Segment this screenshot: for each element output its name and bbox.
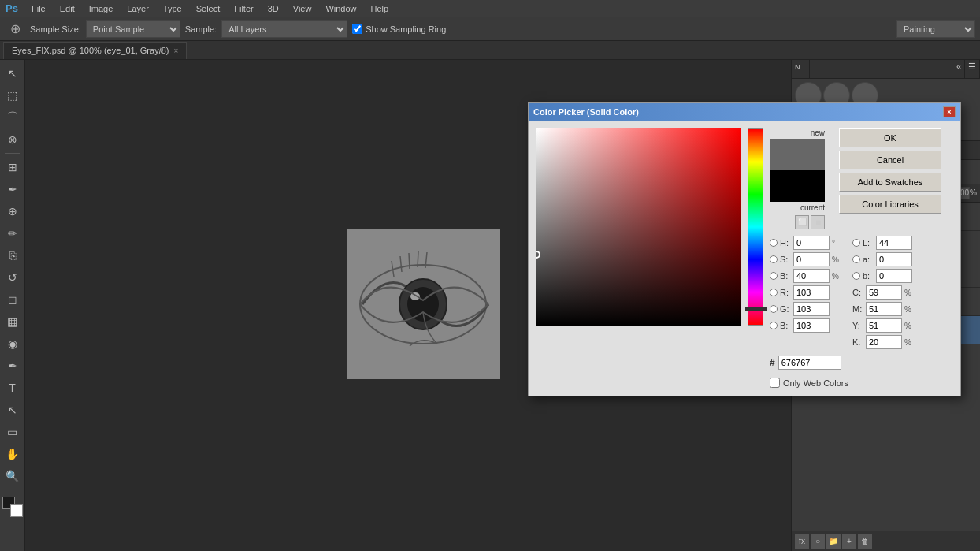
- convert-rgb-icon[interactable]: ⬜: [795, 215, 809, 229]
- only-web-colors-checkbox[interactable]: [770, 378, 780, 388]
- s-unit: %: [832, 255, 843, 264]
- only-web-colors-label: Only Web Colors: [783, 378, 848, 388]
- r-radio[interactable]: [770, 289, 778, 296]
- b3-radio[interactable]: [852, 272, 860, 280]
- r-input[interactable]: [793, 285, 830, 300]
- show-sampling-ring-checkbox[interactable]: [352, 24, 362, 34]
- k-input[interactable]: [866, 335, 902, 349]
- crop-tool-icon[interactable]: ⊞: [2, 157, 23, 177]
- add-style-button[interactable]: fx: [795, 534, 809, 549]
- background-color[interactable]: [10, 504, 23, 517]
- menu-edit[interactable]: Edit: [54, 2, 81, 15]
- menu-help[interactable]: Help: [365, 2, 395, 15]
- color-preview-new[interactable]: [770, 139, 825, 170]
- menu-image[interactable]: Image: [83, 2, 120, 15]
- color-action-buttons: OK Cancel Add to Swatches Color Librarie…: [839, 128, 941, 214]
- document-tab[interactable]: Eyes_FIX.psd @ 100% (eye_01, Gray/8) ×: [3, 42, 187, 59]
- fill-percent: %: [970, 188, 977, 197]
- h-input[interactable]: [793, 236, 830, 250]
- b2-row: B:: [770, 318, 843, 333]
- dialog-title: Color Picker (Solid Color): [533, 107, 639, 117]
- dialog-close-button[interactable]: ×: [943, 106, 956, 117]
- g-input[interactable]: [793, 302, 830, 316]
- l-input[interactable]: [876, 236, 912, 250]
- pen-tool-icon[interactable]: ✒: [2, 356, 23, 376]
- cancel-button[interactable]: Cancel: [839, 151, 941, 169]
- hand-tool-icon[interactable]: ✋: [2, 444, 23, 464]
- hex-input[interactable]: [778, 356, 841, 370]
- menu-filter[interactable]: Filter: [228, 2, 259, 15]
- new-layer-button[interactable]: +: [842, 534, 856, 549]
- b2-input[interactable]: [793, 318, 830, 333]
- c-input[interactable]: [866, 285, 902, 300]
- lasso-tool-icon[interactable]: ⌒: [2, 107, 23, 128]
- quick-select-tool-icon[interactable]: ⊗: [2, 129, 23, 150]
- panel-collapse[interactable]: «: [953, 60, 965, 78]
- c-label: C:: [852, 288, 863, 297]
- document-tab-close[interactable]: ×: [173, 47, 178, 55]
- s-radio[interactable]: [770, 255, 778, 263]
- b-input[interactable]: [793, 269, 830, 283]
- s-label: S:: [780, 255, 791, 264]
- zoom-tool-icon[interactable]: 🔍: [2, 466, 23, 486]
- tool-colors[interactable]: [2, 497, 23, 517]
- g-radio[interactable]: [770, 305, 778, 313]
- selection-tool-icon[interactable]: ⬚: [2, 85, 23, 106]
- h-radio[interactable]: [770, 239, 778, 247]
- delete-layer-button[interactable]: 🗑: [858, 534, 872, 549]
- gradient-dark: [536, 128, 741, 326]
- menu-layer[interactable]: Layer: [121, 2, 155, 15]
- menu-window[interactable]: Window: [319, 2, 362, 15]
- b-label: B:: [780, 271, 791, 281]
- menu-3d[interactable]: 3D: [262, 2, 285, 15]
- menu-view[interactable]: View: [287, 2, 318, 15]
- preview-buttons-row: new current ⬜ ◼ OK Cancel: [770, 128, 941, 229]
- b-radio[interactable]: [770, 272, 778, 280]
- b2-radio[interactable]: [770, 322, 778, 329]
- dodge-tool-icon[interactable]: ◉: [2, 333, 23, 354]
- a-input[interactable]: [876, 252, 912, 266]
- add-mask-button[interactable]: ○: [811, 534, 825, 549]
- gradient-box[interactable]: [536, 128, 741, 326]
- b2-label: B:: [780, 321, 791, 330]
- history-brush-icon[interactable]: ↺: [2, 267, 23, 288]
- l-radio[interactable]: [852, 239, 860, 247]
- path-select-icon[interactable]: ↖: [2, 400, 23, 420]
- l-row: L:: [852, 236, 915, 250]
- sample-size-select[interactable]: Point Sample: [86, 20, 180, 38]
- menu-file[interactable]: File: [25, 2, 52, 15]
- workspace-select[interactable]: Painting: [896, 20, 975, 38]
- color-libraries-button[interactable]: Color Libraries: [839, 195, 941, 214]
- shape-tool-icon[interactable]: ▭: [2, 422, 23, 442]
- add-to-swatches-button[interactable]: Add to Swatches: [839, 173, 941, 192]
- move-tool-icon[interactable]: ↖: [2, 63, 23, 84]
- hue-slider[interactable]: [748, 128, 763, 326]
- eyedropper-tool-icon[interactable]: ✒: [2, 179, 23, 199]
- sample-select[interactable]: All Layers: [221, 20, 347, 38]
- text-tool-icon[interactable]: T: [2, 378, 23, 398]
- color-preview-current[interactable]: [770, 170, 825, 202]
- panel-menu[interactable]: ☰: [965, 60, 980, 78]
- r-label: R:: [780, 288, 791, 297]
- clone-tool-icon[interactable]: ⎘: [2, 245, 23, 266]
- show-sampling-ring-area: Show Sampling Ring: [352, 24, 446, 34]
- gradient-tool-icon[interactable]: ▦: [2, 311, 23, 332]
- menu-select[interactable]: Select: [190, 2, 227, 15]
- eraser-tool-icon[interactable]: ◻: [2, 289, 23, 310]
- convert-cmyk-icon[interactable]: ◼: [811, 215, 825, 229]
- heal-tool-icon[interactable]: ⊕: [2, 201, 23, 222]
- brush-tool-icon[interactable]: ✏: [2, 223, 23, 244]
- menu-type[interactable]: Type: [157, 2, 188, 15]
- y-input[interactable]: [866, 318, 902, 333]
- tab-panel-mini: N...: [792, 60, 810, 78]
- m-input[interactable]: [866, 302, 902, 316]
- ok-button[interactable]: OK: [839, 128, 941, 147]
- new-group-button[interactable]: 📁: [826, 534, 841, 549]
- s-input[interactable]: [793, 252, 830, 266]
- menu-bar: Ps File Edit Image Layer Type Select Fil…: [0, 0, 980, 17]
- y-row: Y: %: [852, 318, 915, 333]
- color-gradient-picker[interactable]: [536, 128, 741, 326]
- color-picker-dialog[interactable]: Color Picker (Solid Color) ×: [528, 102, 961, 396]
- a-radio[interactable]: [852, 255, 860, 263]
- b3-input[interactable]: [876, 269, 912, 283]
